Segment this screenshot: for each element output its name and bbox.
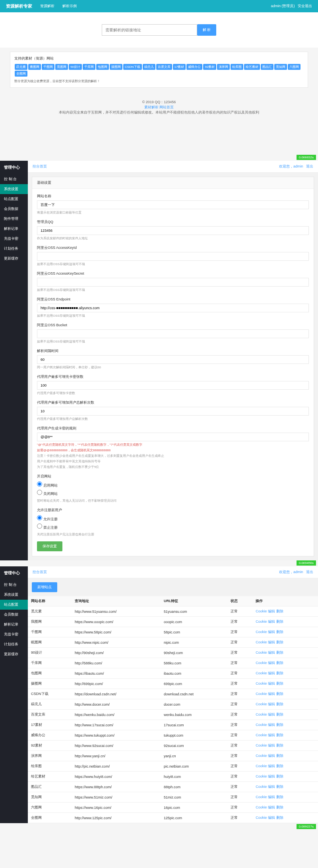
action-编辑[interactable]: 编辑	[268, 743, 275, 747]
tag[interactable]: 92素材	[203, 64, 216, 70]
crumb-home[interactable]: 控台首页	[33, 164, 47, 169]
text-input[interactable]	[37, 252, 309, 261]
action-Cookie[interactable]: Cookie	[256, 640, 267, 644]
sidebar-item[interactable]: 会员数据	[0, 610, 28, 620]
crumb-welcome[interactable]: 欢迎您，admin	[279, 570, 303, 574]
text-input[interactable]	[37, 433, 309, 441]
action-Cookie[interactable]: Cookie	[256, 795, 267, 799]
radio-deny[interactable]: 禁止注册	[37, 523, 309, 531]
tag[interactable]: 昂元素	[15, 64, 27, 70]
action-Cookie[interactable]: Cookie	[256, 774, 267, 778]
action-Cookie[interactable]: Cookie	[256, 702, 267, 706]
action-Cookie[interactable]: Cookie	[256, 620, 267, 624]
action-编辑[interactable]: 编辑	[268, 640, 275, 644]
action-Cookie[interactable]: Cookie	[256, 764, 267, 768]
action-删除[interactable]: 删除	[276, 774, 283, 778]
tag[interactable]: 百度文库	[156, 64, 172, 70]
action-删除[interactable]: 删除	[276, 640, 283, 644]
action-Cookie[interactable]: Cookie	[256, 785, 267, 789]
action-编辑[interactable]: 编辑	[268, 681, 275, 685]
radio-disable[interactable]: 关闭网站	[37, 489, 309, 497]
action-编辑[interactable]: 编辑	[268, 712, 275, 716]
sidebar-item[interactable]: 控 制 台	[0, 174, 28, 184]
action-Cookie[interactable]: Cookie	[256, 630, 267, 634]
sidebar-item[interactable]: 计划任务	[0, 244, 28, 254]
save-button[interactable]: 保存设置	[37, 541, 62, 551]
text-input[interactable]	[37, 200, 309, 209]
parse-button[interactable]: 解 析	[197, 24, 217, 36]
action-编辑[interactable]: 编辑	[268, 630, 275, 634]
sidebar-item[interactable]: 控 制 台	[0, 580, 28, 590]
sidebar-item[interactable]: 站点配置	[0, 194, 28, 204]
tag[interactable]: 绘艺素材	[244, 64, 260, 70]
action-删除[interactable]: 删除	[276, 671, 283, 675]
tag[interactable]: 觅图网	[55, 64, 68, 70]
action-删除[interactable]: 删除	[276, 702, 283, 706]
action-Cookie[interactable]: Cookie	[256, 743, 267, 747]
radio-allow[interactable]: 允许注册	[37, 514, 309, 523]
text-input[interactable]	[37, 355, 309, 364]
action-编辑[interactable]: 编辑	[268, 733, 275, 737]
radio-enable[interactable]: 启用网站	[37, 481, 309, 489]
sidebar-item[interactable]: 附件管理	[0, 214, 28, 224]
text-input[interactable]	[37, 329, 309, 338]
action-删除[interactable]: 删除	[276, 620, 283, 624]
crumb-logout[interactable]: 退出	[306, 570, 313, 574]
logout-link[interactable]: 安全退出	[298, 4, 312, 8]
action-编辑[interactable]: 编辑	[268, 785, 275, 789]
sidebar-item[interactable]: 系统设置	[0, 590, 28, 600]
sidebar-item[interactable]: 充值卡密	[0, 234, 28, 244]
action-删除[interactable]: 删除	[276, 681, 283, 685]
tag[interactable]: 六图网	[288, 64, 301, 70]
action-Cookie[interactable]: Cookie	[256, 651, 267, 654]
action-编辑[interactable]: 编辑	[268, 692, 275, 696]
tag[interactable]: 17素材	[173, 64, 186, 70]
action-编辑[interactable]: 编辑	[268, 764, 275, 768]
action-Cookie[interactable]: Cookie	[256, 816, 267, 820]
action-Cookie[interactable]: Cookie	[256, 692, 267, 696]
action-Cookie[interactable]: Cookie	[256, 733, 267, 737]
action-删除[interactable]: 删除	[276, 785, 283, 789]
action-删除[interactable]: 删除	[276, 712, 283, 716]
text-input[interactable]	[37, 407, 309, 416]
action-删除[interactable]: 删除	[276, 754, 283, 758]
action-删除[interactable]: 删除	[276, 743, 283, 747]
action-编辑[interactable]: 编辑	[268, 723, 275, 727]
text-input[interactable]	[37, 381, 309, 390]
action-编辑[interactable]: 编辑	[268, 661, 275, 665]
action-Cookie[interactable]: Cookie	[256, 661, 267, 665]
nav-example[interactable]: 解析示例	[62, 4, 77, 9]
action-Cookie[interactable]: Cookie	[256, 609, 267, 613]
text-input[interactable]	[37, 304, 309, 312]
tag[interactable]: 图品汇	[261, 64, 273, 70]
action-Cookie[interactable]: Cookie	[256, 671, 267, 675]
action-删除[interactable]: 删除	[276, 651, 283, 654]
footer-links[interactable]: 素材解析 网站首页	[144, 105, 174, 109]
tag[interactable]: CSDN下载	[123, 64, 142, 70]
action-删除[interactable]: 删除	[276, 609, 283, 613]
add-site-button[interactable]: 新增站点	[32, 582, 57, 592]
tag[interactable]: 摄图网	[110, 64, 122, 70]
sidebar-item[interactable]: 计划任务	[0, 639, 28, 649]
tag[interactable]: 全图网	[15, 71, 27, 77]
action-编辑[interactable]: 编辑	[268, 795, 275, 799]
action-编辑[interactable]: 编辑	[268, 609, 275, 613]
action-Cookie[interactable]: Cookie	[256, 805, 267, 809]
action-删除[interactable]: 删除	[276, 692, 283, 696]
sidebar-item[interactable]: 更新缓存	[0, 649, 28, 659]
text-input[interactable]	[37, 226, 309, 235]
tag[interactable]: 包图网	[96, 64, 109, 70]
tag[interactable]: 绘库图	[231, 64, 243, 70]
crumb-home[interactable]: 控台首页	[33, 570, 47, 575]
action-编辑[interactable]: 编辑	[268, 805, 275, 809]
action-编辑[interactable]: 编辑	[268, 651, 275, 654]
action-删除[interactable]: 删除	[276, 764, 283, 768]
tag[interactable]: 千图网	[42, 64, 54, 70]
sidebar-item[interactable]: 会员数据	[0, 204, 28, 214]
tag[interactable]: 稿壳儿	[143, 64, 155, 70]
action-删除[interactable]: 删除	[276, 795, 283, 799]
action-编辑[interactable]: 编辑	[268, 671, 275, 675]
action-Cookie[interactable]: Cookie	[256, 723, 267, 727]
action-编辑[interactable]: 编辑	[268, 754, 275, 758]
action-Cookie[interactable]: Cookie	[256, 681, 267, 685]
